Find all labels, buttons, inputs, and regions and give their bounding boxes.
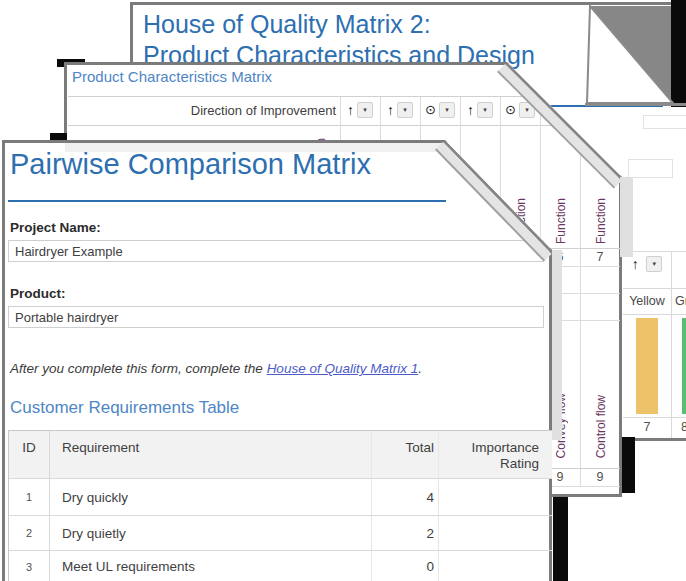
direction-cell-3[interactable]: ⊙▾: [420, 100, 460, 124]
table-row[interactable]: 1 Dry quickly 4: [9, 478, 561, 515]
strip-col-divider: [671, 252, 672, 438]
instruction-note: After you complete this form, complete t…: [10, 361, 422, 376]
col-number: 7: [580, 250, 620, 264]
rotated-col-label: Function: [594, 198, 608, 244]
row-id: 2: [9, 527, 49, 539]
row-total: 4: [371, 479, 438, 515]
shadow-fragment: [621, 437, 635, 493]
strip-col-number: 8: [675, 420, 686, 434]
table-row[interactable]: 2 Dry quietly 2: [9, 515, 561, 550]
front-page-title: Pairwise Comparison Matrix: [10, 148, 371, 181]
strip-row-divider: [623, 288, 686, 289]
header-id: ID: [9, 431, 49, 455]
table-border: [68, 96, 538, 97]
col-number: 9: [580, 470, 620, 484]
direction-of-improvement-label: Direction of Improvement: [68, 103, 336, 118]
up-arrow-icon: ↑: [387, 102, 394, 118]
product-input[interactable]: [8, 306, 544, 328]
table-border: [68, 125, 620, 126]
note-period: .: [418, 361, 422, 376]
dropdown-caret-icon[interactable]: ▾: [397, 102, 413, 118]
page-edge-shading: [552, 250, 562, 440]
row-requirement[interactable]: Meet UL requirements: [49, 551, 371, 581]
dropdown-caret-icon[interactable]: ▾: [477, 102, 493, 118]
rotated-col-label: Function: [554, 198, 568, 244]
row-importance[interactable]: [438, 479, 541, 515]
table-header-row: ID Requirement Total Importance Rating: [9, 431, 561, 478]
empty-cell: [643, 115, 686, 129]
header-total: Total: [371, 431, 438, 478]
project-name-label: Project Name:: [10, 220, 101, 235]
middle-page-heading: Product Characteristics Matrix: [72, 68, 272, 85]
header-importance-rating: Importance Rating: [438, 431, 541, 478]
strip-direction-cell-1[interactable]: ↑ ▾: [623, 256, 671, 286]
row-total: 2: [371, 516, 438, 550]
header-requirement: Requirement: [49, 431, 371, 478]
strip-col-label-green: Green: [675, 294, 686, 308]
empty-cell: [628, 159, 673, 178]
customer-requirements-table: ID Requirement Total Importance Rating 1…: [8, 430, 562, 581]
house-of-quality-matrix-1-link[interactable]: House of Quality Matrix 1: [267, 361, 419, 376]
rotated-col-label: Control flow: [594, 395, 608, 458]
front-page: Pairwise Comparison Matrix Project Name:…: [2, 140, 552, 581]
back-page-fold-corner: [585, 0, 686, 110]
page-edge-shading: [620, 177, 633, 257]
row-id: 3: [9, 561, 49, 573]
direction-cell-4[interactable]: ↑▾: [460, 100, 500, 124]
dropdown-caret-icon[interactable]: ▾: [357, 102, 373, 118]
strip-direction-cell-2[interactable]: ↑: [675, 256, 686, 286]
row-total: 0: [371, 551, 438, 581]
row-requirement[interactable]: Dry quietly: [49, 516, 371, 550]
row-id: 1: [9, 491, 49, 503]
target-icon: ⊙: [425, 102, 436, 117]
shadow-fragment: [553, 497, 568, 581]
strip-col-number: 7: [623, 420, 671, 434]
table-row[interactable]: 3 Meet UL requirements 0: [9, 550, 561, 581]
row-importance[interactable]: [438, 551, 541, 581]
title-rule: [8, 200, 446, 202]
page-border-left: [2, 140, 5, 581]
up-arrow-icon: ↑: [347, 102, 354, 118]
fold-shadow: [671, 0, 686, 107]
weight-bar-yellow: [636, 318, 658, 414]
design-characteristics-strip: ↑ ▾ ↑ Yellow Green 7 8: [623, 251, 686, 438]
note-text: After you complete this form, complete t…: [10, 361, 267, 376]
strip-row-divider: [623, 417, 686, 418]
dropdown-caret-icon[interactable]: ▾: [439, 102, 455, 118]
project-name-input[interactable]: [8, 240, 544, 262]
page-border-top: [64, 62, 509, 65]
row-importance[interactable]: [438, 516, 541, 550]
strip-col-label-yellow: Yellow: [623, 294, 671, 308]
row-requirement[interactable]: Dry quickly: [49, 479, 371, 515]
direction-cell-1[interactable]: ↑▾: [340, 100, 380, 124]
direction-cell-2[interactable]: ↑▾: [380, 100, 420, 124]
target-icon: ⊙: [505, 102, 516, 117]
strip-row-divider: [623, 314, 686, 315]
product-label: Product:: [10, 286, 66, 301]
up-arrow-icon: ↑: [467, 102, 474, 118]
dropdown-caret-icon[interactable]: ▾: [646, 256, 662, 272]
customer-requirements-heading: Customer Requirements Table: [10, 398, 239, 418]
weight-bar-green: [682, 318, 686, 414]
up-arrow-icon: ↑: [632, 256, 639, 272]
